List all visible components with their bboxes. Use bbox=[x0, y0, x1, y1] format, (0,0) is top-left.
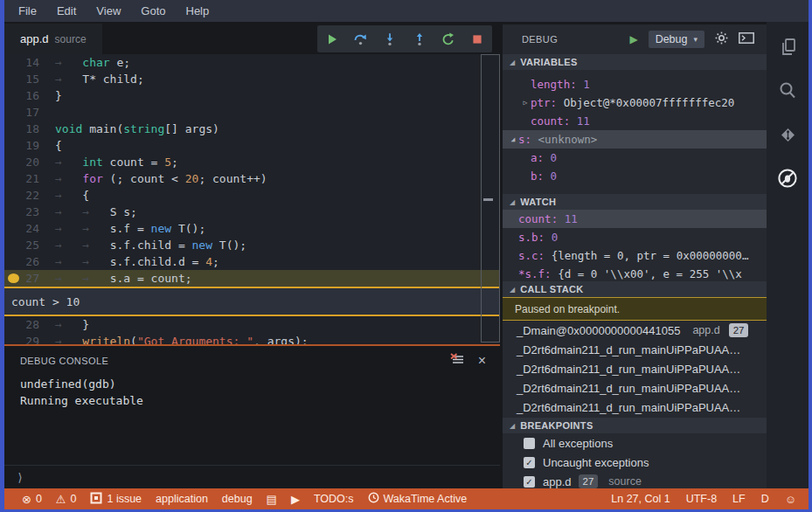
start-debug-icon[interactable]: ▶ bbox=[629, 33, 637, 45]
code-line-29[interactable]: 29→ writeln("Got Arguments: ", args); bbox=[4, 333, 500, 344]
section-header-variables[interactable]: ◢VARIABLES bbox=[503, 54, 767, 70]
status-item-debug[interactable]: debug bbox=[222, 493, 253, 505]
code-line-23[interactable]: 23→ → S s; bbox=[4, 204, 500, 220]
code-line-24[interactable]: 24→ → s.f = new T(); bbox=[4, 220, 500, 237]
call-stack-frame[interactable]: _D2rt6dmain211_d_run_mainUiPPaPUAA… bbox=[503, 398, 767, 417]
code-line-17[interactable]: 17 bbox=[4, 104, 500, 121]
checkbox-checked[interactable]: ✓ bbox=[524, 476, 535, 488]
variable-row[interactable]: length: 1 bbox=[503, 75, 767, 93]
restart-button[interactable] bbox=[439, 30, 458, 49]
status-item-warning[interactable]: ⚠0 bbox=[56, 493, 77, 505]
gutter[interactable]: 18 bbox=[4, 121, 43, 137]
status-item-lf[interactable]: LF bbox=[732, 493, 746, 505]
code-line-28[interactable]: 28→ } bbox=[4, 316, 500, 333]
menu-item-help[interactable]: Help bbox=[182, 3, 214, 19]
status-item-error[interactable]: ⊗0 bbox=[22, 493, 42, 505]
call-stack-frame[interactable]: _D2rt6dmain211_d_run_mainUiPPaPUAA… bbox=[503, 359, 767, 378]
gutter[interactable]: 15 bbox=[4, 71, 43, 87]
watch-row[interactable]: *s.f: {d = 0 '\\x00', e = 255 '\\x bbox=[503, 265, 767, 281]
gutter[interactable]: 28 bbox=[4, 316, 43, 333]
step-over-button[interactable] bbox=[351, 30, 371, 49]
search-icon[interactable] bbox=[776, 80, 799, 102]
gutter[interactable]: 27 bbox=[4, 270, 43, 287]
step-out-button[interactable] bbox=[410, 30, 429, 49]
status-item-run[interactable]: ▶ bbox=[291, 494, 300, 505]
gutter[interactable]: 23 bbox=[4, 204, 43, 220]
menu-item-goto[interactable]: Goto bbox=[136, 3, 170, 19]
status-item-d[interactable]: D bbox=[761, 493, 769, 505]
close-icon[interactable]: × bbox=[478, 355, 486, 367]
status-item-output[interactable]: ▤ bbox=[267, 494, 277, 505]
variable-row[interactable]: count: 11 bbox=[503, 112, 767, 130]
gutter[interactable]: 16 bbox=[4, 87, 43, 104]
launch-config-select[interactable]: Debug ▾ bbox=[649, 31, 704, 48]
code-line-27[interactable]: 27→ → s.a = count; bbox=[4, 270, 500, 287]
section-header-breakpoints[interactable]: ◢BREAKPOINTS bbox=[503, 418, 767, 433]
watch-row[interactable]: s.c: {length = 0, ptr = 0x00000000… bbox=[503, 246, 767, 265]
watch-row[interactable]: count: 11 bbox=[503, 210, 767, 228]
source-control-icon[interactable] bbox=[776, 123, 799, 146]
twisty-icon[interactable]: ◢ bbox=[508, 135, 518, 143]
code-line-14[interactable]: 14→ char e; bbox=[4, 54, 500, 71]
console-repl-prompt[interactable]: ⟩ bbox=[17, 471, 24, 484]
status-item-utf-8[interactable]: UTF-8 bbox=[686, 493, 717, 505]
variable-row[interactable]: b: 0 bbox=[503, 167, 767, 185]
gutter[interactable]: 17 bbox=[4, 104, 43, 121]
gutter[interactable]: 14 bbox=[4, 54, 43, 71]
breakpoint-row[interactable]: All exceptions bbox=[503, 433, 767, 453]
section-header-call-stack[interactable]: ◢CALL STACK bbox=[503, 281, 767, 297]
menu-item-edit[interactable]: Edit bbox=[52, 3, 80, 19]
continue-button[interactable] bbox=[323, 30, 342, 49]
gutter[interactable]: 29 bbox=[4, 333, 43, 344]
checkbox-checked[interactable]: ✓ bbox=[524, 457, 535, 468]
status-item-todo-s[interactable]: TODO:s bbox=[314, 493, 354, 505]
code-editor[interactable]: 14→ char e;15→ T* child;16}1718void main… bbox=[4, 54, 500, 344]
code-line-22[interactable]: 22→ { bbox=[4, 187, 500, 204]
gutter[interactable]: 24 bbox=[4, 220, 43, 237]
call-stack-frame[interactable]: _D2rt6dmain211_d_run_mainUiPPaPUAA… bbox=[503, 378, 767, 398]
editor-scrollbar[interactable] bbox=[481, 54, 500, 342]
gutter[interactable]: 21 bbox=[4, 170, 43, 187]
open-console-icon[interactable] bbox=[739, 31, 754, 47]
gutter[interactable]: 19 bbox=[4, 137, 43, 154]
variable-row[interactable]: ▷ptr: Object@*0x00007fffffffec20 bbox=[503, 93, 767, 112]
stop-button[interactable] bbox=[468, 30, 487, 49]
status-item-application[interactable]: application bbox=[156, 493, 208, 505]
menu-item-view[interactable]: View bbox=[92, 3, 125, 19]
code-line-19[interactable]: 19{ bbox=[4, 137, 500, 154]
menu-item-file[interactable]: File bbox=[14, 3, 41, 19]
status-item-ln-27-col-1[interactable]: Ln 27, Col 1 bbox=[611, 493, 670, 505]
call-stack-frame[interactable]: _Dmain@0x0000000000441055app.d27 bbox=[503, 321, 767, 340]
variable-row[interactable]: a: 0 bbox=[503, 149, 767, 167]
code-line-20[interactable]: 20→ int count = 5; bbox=[4, 154, 500, 170]
code-line-21[interactable]: 21→ for (; count < 20; count++) bbox=[4, 170, 500, 187]
code-line-15[interactable]: 15→ T* child; bbox=[4, 71, 500, 87]
twisty-icon[interactable]: ▷ bbox=[520, 99, 531, 107]
call-stack-frame[interactable]: _D2rt6dmain211_d_run_mainUiPPaPUAA… bbox=[503, 340, 767, 359]
status-item-issues[interactable]: 1 issue bbox=[90, 492, 142, 507]
breakpoint-row[interactable]: ✓app.d27source bbox=[503, 472, 767, 488]
breakpoint-condition-input[interactable]: count > 10 bbox=[4, 287, 500, 316]
files-icon[interactable] bbox=[776, 36, 799, 59]
breakpoint-row[interactable]: ✓Uncaught exceptions bbox=[503, 453, 767, 472]
status-item-clock[interactable]: WakaTime Active bbox=[368, 492, 468, 506]
debug-icon-active[interactable] bbox=[776, 167, 799, 190]
step-into-button[interactable] bbox=[380, 30, 399, 49]
code-line-16[interactable]: 16} bbox=[4, 87, 500, 104]
gutter[interactable]: 20 bbox=[4, 154, 43, 170]
clear-console-icon[interactable] bbox=[450, 353, 464, 369]
code-line-18[interactable]: 18void main(string[] args) bbox=[4, 121, 500, 137]
breakpoint-dot[interactable] bbox=[8, 273, 19, 283]
variable-row[interactable]: ◢s: <unknown> bbox=[503, 130, 767, 149]
code-line-25[interactable]: 25→ → s.f.child = new T(); bbox=[4, 237, 500, 253]
gutter[interactable]: 26 bbox=[4, 253, 43, 270]
code-line-26[interactable]: 26→ → s.f.child.d = 4; bbox=[4, 253, 500, 270]
gear-icon[interactable] bbox=[715, 31, 728, 48]
section-header-watch[interactable]: ◢WATCH bbox=[503, 194, 767, 210]
gutter[interactable]: 25 bbox=[4, 237, 43, 253]
gutter[interactable]: 22 bbox=[4, 187, 43, 204]
watch-row[interactable]: s.b: 0 bbox=[503, 228, 767, 246]
status-item-smiley[interactable]: ☺ bbox=[785, 494, 796, 505]
tab-app-d[interactable]: app.d source bbox=[4, 24, 102, 54]
checkbox-unchecked[interactable] bbox=[524, 438, 535, 449]
